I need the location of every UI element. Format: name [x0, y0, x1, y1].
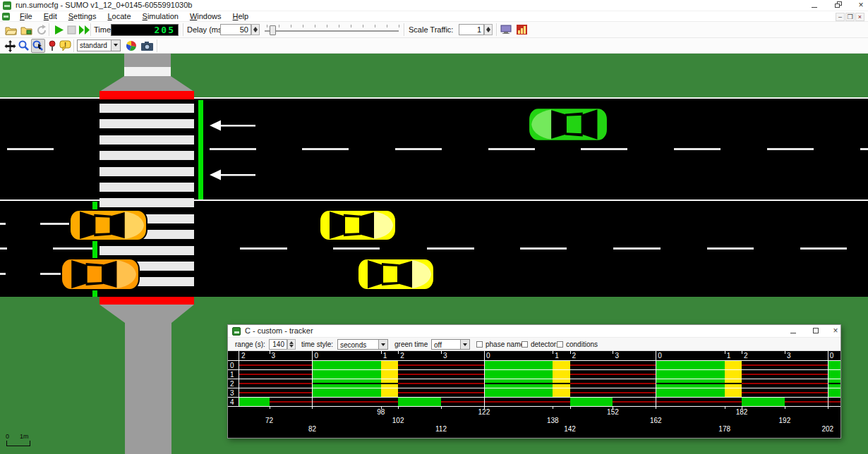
lane-center-mark: [0, 223, 6, 225]
phase-segment: [725, 388, 742, 397]
phase-segment: [398, 383, 484, 384]
open-network-button[interactable]: [19, 23, 33, 37]
menu-windows[interactable]: Windows: [184, 11, 227, 22]
delay-input[interactable]: 50: [220, 24, 251, 35]
phase-segment: [570, 398, 613, 406]
simulation-toolbar: Time: 205 Delay (ms): 50 Scale Traffic: …: [0, 22, 868, 38]
phase-segment: [441, 401, 570, 403]
signal-crossing-bottom-red[interactable]: [100, 297, 194, 305]
lane-dash: [860, 148, 868, 150]
range-spinner[interactable]: [287, 339, 296, 350]
checkbox-conditions[interactable]: [557, 341, 563, 348]
menu-edit[interactable]: Edit: [38, 11, 63, 22]
open-tracker-button[interactable]: [514, 23, 529, 37]
phase-boundary-tick: [785, 351, 785, 354]
row-label: 3: [230, 389, 234, 397]
menu-settings[interactable]: Settings: [63, 11, 102, 22]
toolbar-separator: [404, 23, 405, 36]
phase-boundary-tick: [725, 351, 725, 354]
stop-button[interactable]: [64, 23, 78, 37]
mdi-restore-button[interactable]: ❒: [845, 13, 855, 21]
car-icon: [69, 209, 147, 241]
green-time-label: green time: [394, 338, 428, 351]
row-label: 4: [230, 398, 234, 406]
delay-spinner[interactable]: [251, 24, 260, 35]
scale-unit-label: 1m: [20, 433, 29, 440]
chevron-down-icon[interactable]: [460, 340, 469, 349]
restore-icon: [835, 1, 842, 8]
green-car[interactable]: [528, 107, 608, 142]
cycle-gridline: [484, 351, 485, 406]
mdi-minimize-button[interactable]: –: [836, 13, 845, 21]
menu-locate[interactable]: Locate: [102, 11, 136, 22]
time-style-combo[interactable]: seconds: [337, 339, 388, 350]
phase-boundary-tick: [270, 351, 270, 354]
stop-icon: [66, 25, 77, 35]
phase-label: 2: [400, 352, 404, 360]
axis-label: 122: [478, 408, 490, 416]
tracker-title-bar[interactable]: C - custom - tracker ×: [228, 325, 840, 338]
yellow-car-2[interactable]: [357, 258, 435, 290]
row-label: 0: [230, 362, 234, 369]
lane-dash: [613, 247, 661, 250]
orange-car-2[interactable]: [61, 258, 140, 290]
open-network-icon: [20, 25, 32, 35]
zoom-select-button[interactable]: [31, 39, 45, 53]
messages-button[interactable]: !: [58, 39, 72, 53]
step-button[interactable]: [77, 23, 91, 37]
lane-dash: [302, 148, 349, 150]
scale-traffic-spinner[interactable]: [484, 24, 493, 35]
locate-button[interactable]: [45, 39, 59, 53]
scale-traffic-input[interactable]: 1: [459, 24, 484, 35]
checkbox-detectors[interactable]: [522, 341, 528, 348]
phase-diagram: 0123423012301230123072829810211212213814…: [228, 351, 840, 438]
slider-tick: [303, 25, 303, 27]
menu-help[interactable]: Help: [227, 11, 255, 22]
car-icon: [61, 258, 140, 290]
mdi-close-button[interactable]: ×: [855, 13, 864, 21]
chevron-down-icon[interactable]: [111, 40, 120, 51]
checkbox-phase-names[interactable]: [476, 341, 483, 348]
title-bar[interactable]: run.sumocfg - SUMO v1_12_0+0145-60559910…: [0, 0, 868, 11]
axis-tick: [828, 406, 828, 409]
tracker-maximize-button[interactable]: [808, 326, 824, 337]
menu-bar: FileEditSettingsLocateSimulationWindowsH…: [0, 11, 868, 22]
phase-segment: [828, 370, 840, 379]
recenter-view-button[interactable]: [3, 39, 17, 53]
new-view-button[interactable]: [499, 23, 513, 37]
snapshot-button[interactable]: [140, 39, 154, 53]
pushpin-icon: [47, 40, 57, 51]
range-input[interactable]: 140: [269, 339, 287, 350]
phase-segment: [270, 401, 399, 403]
edit-coloring-button[interactable]: [124, 39, 138, 53]
zoom-button[interactable]: [17, 39, 31, 53]
signal-crossing-top-red[interactable]: [100, 91, 194, 99]
reload-button[interactable]: [35, 23, 49, 37]
axis-label: 202: [821, 425, 833, 433]
run-button[interactable]: [52, 23, 66, 37]
slider-tick: [375, 25, 375, 27]
chevron-down-icon[interactable]: [378, 340, 387, 349]
phase-boundary-tick: [570, 351, 571, 354]
restore-button[interactable]: [830, 0, 847, 11]
phase-label: 3: [787, 352, 791, 360]
axis-label: 182: [736, 408, 748, 416]
orange-car-1[interactable]: [69, 209, 147, 241]
axis-tick: [553, 406, 553, 409]
phase-segment: [381, 384, 398, 388]
menu-file[interactable]: File: [14, 11, 38, 22]
axis-label: 138: [547, 417, 559, 424]
yellow-car-1[interactable]: [319, 209, 397, 241]
tracker-close-button[interactable]: ×: [828, 326, 843, 337]
slider-handle[interactable]: [270, 25, 276, 35]
signal-westbound-green[interactable]: [198, 100, 203, 200]
phase-label: 3: [443, 352, 447, 360]
phase-segment: [484, 388, 553, 397]
close-button[interactable]: ×: [852, 0, 868, 11]
open-config-button[interactable]: [4, 23, 18, 37]
color-scheme-combo[interactable]: standard: [77, 39, 121, 51]
minimize-button[interactable]: [806, 0, 823, 11]
tracker-minimize-button[interactable]: [785, 326, 801, 337]
menu-simulation[interactable]: Simulation: [137, 11, 184, 22]
green-time-combo[interactable]: off: [431, 339, 470, 350]
